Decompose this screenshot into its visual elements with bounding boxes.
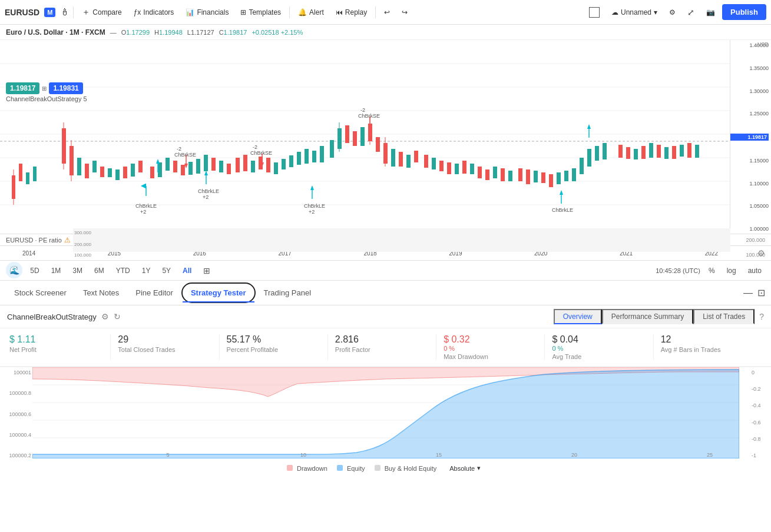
svg-rect-21 [108, 168, 112, 177]
tab-performance-summary[interactable]: Performance Summary [602, 309, 693, 324]
help-icon[interactable]: ? [759, 312, 764, 321]
strategy-refresh-icon[interactable]: ↻ [114, 312, 121, 321]
fullscreen-square-button[interactable] [584, 5, 604, 20]
percent-profitable-label: Percent Profitable [227, 346, 320, 353]
templates-icon: ⊞ [240, 8, 246, 16]
svg-rect-17 [77, 158, 81, 175]
pe-warning-icon: ⚠ [64, 236, 71, 244]
svg-rect-94 [664, 147, 669, 159]
indicators-button[interactable]: ƒx Indicators [129, 6, 179, 19]
minimize-button[interactable]: — [743, 288, 753, 298]
settings-button[interactable]: ⚙ [664, 6, 680, 19]
svg-rect-37 [236, 158, 240, 172]
alert-button[interactable]: 🔔 Alert [293, 6, 329, 19]
symbol-label: EURUSD [5, 8, 39, 17]
legend-equity-label: Equity [347, 465, 365, 472]
svg-rect-64 [424, 155, 428, 168]
svg-text:100.000: 100.000 [74, 252, 91, 258]
tab-stock-screener[interactable]: Stock Screener [6, 284, 75, 302]
financials-button[interactable]: 📊 Financials [181, 6, 233, 19]
svg-rect-82 [564, 171, 568, 181]
sep1 [73, 6, 74, 18]
time-all-button[interactable]: All [179, 265, 195, 276]
svg-text:10: 10 [300, 452, 306, 458]
time-5y-button[interactable]: 5Y [158, 265, 174, 276]
undo-button[interactable]: ↩ [379, 6, 395, 19]
svg-rect-90 [634, 149, 638, 159]
svg-rect-22 [115, 169, 120, 180]
metric-profit-factor: 2.816 Profit Factor [328, 334, 436, 360]
expand-icon: ⤢ [687, 8, 694, 17]
avg-trade-label: Avg Trade [552, 353, 646, 360]
pe-ratio-svg: 300.000 200.000 100.000 [73, 222, 730, 258]
svg-text:ChBrkSE: ChBrkSE [250, 150, 272, 156]
pct-button[interactable]: % [705, 265, 719, 276]
replay-button[interactable]: ⏮ Replay [331, 6, 372, 19]
svg-rect-76 [518, 168, 522, 181]
strategy-header: ChannelBreakOutStrategy ⚙ ↻ Overview Per… [0, 305, 771, 328]
absolute-dropdown[interactable]: Absolute ▾ [446, 463, 484, 473]
metric-avg-trade: $ 0.04 0 % Avg Trade [545, 334, 653, 360]
compare-chart-button[interactable]: ⊞ [200, 265, 214, 277]
svg-text:25: 25 [707, 452, 713, 458]
svg-rect-52 [345, 125, 349, 143]
svg-rect-43 [282, 159, 286, 169]
time-3m-button[interactable]: 3M [69, 265, 86, 276]
svg-rect-60 [391, 149, 395, 167]
svg-rect-92 [649, 143, 653, 158]
tab-strategy-tester[interactable]: Strategy Tester [181, 282, 256, 303]
svg-rect-20 [100, 167, 104, 177]
tab-pine-editor[interactable]: Pine Editor [127, 284, 181, 302]
redo-button[interactable]: ↪ [397, 6, 412, 19]
svg-rect-85 [587, 149, 591, 167]
svg-rect-46 [305, 149, 309, 164]
strategy-settings-icon[interactable]: ⚙ [101, 312, 109, 321]
camera-button[interactable]: 📷 [701, 6, 720, 19]
publish-button[interactable]: Publish [722, 4, 766, 20]
indicators-icon: ƒx [134, 8, 141, 16]
chart-settings-icon[interactable]: ⚙ [757, 248, 765, 258]
timeframe-label[interactable]: M [44, 8, 55, 17]
svg-rect-67 [447, 162, 451, 174]
svg-rect-31 [188, 162, 193, 175]
log-button[interactable]: log [723, 265, 740, 276]
workspace-button[interactable]: ☁ Unnamed ▾ [607, 6, 662, 19]
tab-trading-panel[interactable]: Trading Panel [256, 284, 319, 302]
templates-button[interactable]: ⊞ Templates [236, 6, 286, 19]
svg-text:15: 15 [436, 452, 442, 458]
auto-button[interactable]: auto [744, 265, 765, 276]
max-drawdown-label: Max Drawdown [444, 353, 537, 360]
svg-rect-10 [19, 164, 22, 181]
candlestick-icon[interactable]: 🕯 [60, 7, 70, 18]
svg-rect-68 [455, 164, 459, 174]
time-5d-button[interactable]: 5D [27, 265, 42, 276]
strategy-chart-y-left: 100001 100000.8 100000.6 100000.4 100000… [0, 367, 32, 461]
svg-rect-66 [439, 161, 444, 171]
svg-rect-89 [626, 147, 630, 159]
time-ytd-button[interactable]: YTD [112, 265, 134, 276]
expand-button[interactable]: ⤢ [683, 5, 699, 19]
svg-rect-30 [181, 165, 185, 175]
time-1m-button[interactable]: 1M [48, 265, 65, 276]
strategy-name: ChannelBreakOutStrategy [7, 312, 97, 321]
svg-text:-2: -2 [253, 144, 257, 150]
tab-text-notes[interactable]: Text Notes [75, 284, 127, 302]
tab-list-of-trades[interactable]: List of Trades [693, 309, 755, 324]
svg-rect-44 [289, 155, 293, 167]
svg-rect-25 [138, 161, 143, 172]
strategy-chart-y-right: 0 -0.2 -0.4 -0.6 -0.8 -1 [750, 367, 771, 461]
compare-button[interactable]: ＋ Compare [77, 5, 126, 20]
svg-text:300.000: 300.000 [74, 230, 91, 235]
avg-bars-value: 12 [661, 334, 755, 345]
avg-bars-label: Avg # Bars in Trades [661, 346, 755, 353]
legend-drawdown-swatch [287, 465, 293, 471]
indicator-icon[interactable]: 🌊 [6, 262, 22, 278]
time-1y-button[interactable]: 1Y [138, 265, 154, 276]
maximize-button[interactable]: ⊡ [757, 287, 765, 298]
svg-text:ChBrkLE: ChBrkLE [304, 203, 325, 209]
svg-rect-80 [549, 174, 553, 187]
time-6m-button[interactable]: 6M [91, 265, 108, 276]
tab-overview[interactable]: Overview [554, 309, 602, 324]
svg-rect-26 [150, 167, 154, 178]
svg-rect-93 [657, 145, 661, 158]
